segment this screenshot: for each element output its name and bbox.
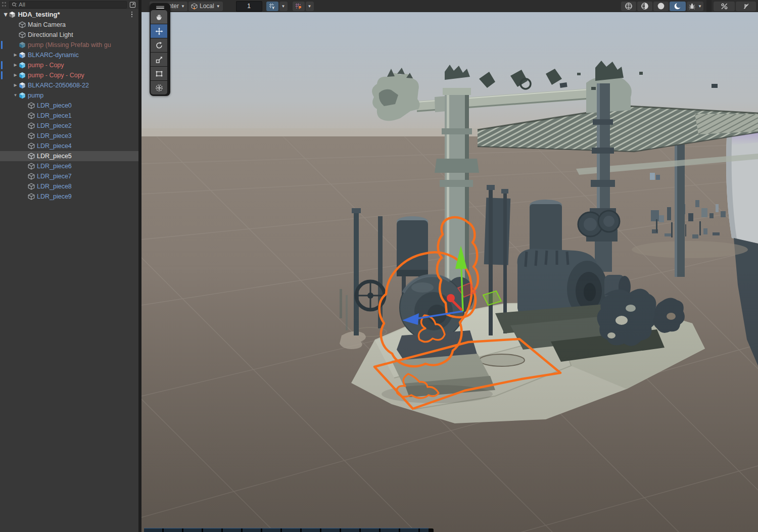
hierarchy-item-ldr-piece5-selected[interactable]: LDR_piece5 <box>0 151 138 161</box>
hierarchy-item-main-camera[interactable]: Main Camera <box>0 20 138 30</box>
chevron-down-icon: ▼ <box>281 4 286 9</box>
prefab-cube-icon <box>19 41 26 49</box>
snap-increment-field[interactable] <box>236 1 262 12</box>
mesh-cube-icon <box>28 142 35 150</box>
scene-view: Center ▼ Local ▼ Y ▼ ▼ <box>141 0 758 532</box>
hierarchy-item-pump-copy[interactable]: ▶ pump - Copy <box>0 60 138 70</box>
chevron-down-icon: ▼ <box>308 4 312 9</box>
panel-grip-icon <box>2 2 7 7</box>
scene-tools-overlay <box>150 3 170 96</box>
grid-snap-button[interactable] <box>293 2 305 11</box>
snap-grid-icon <box>295 3 302 10</box>
rotate-icon <box>155 41 163 50</box>
overlay-toggle-b-button[interactable] <box>736 2 756 11</box>
unity-scene-icon <box>9 11 16 18</box>
timeline-strip[interactable] <box>144 528 429 532</box>
rect-tool-button[interactable] <box>151 67 167 80</box>
rect-icon <box>155 70 163 78</box>
overlay-drag-handle[interactable] <box>151 5 169 10</box>
mesh-cube-icon <box>28 153 35 160</box>
mesh-cube-icon <box>28 173 35 180</box>
hierarchy-item-blkarc-2050608[interactable]: ▶ BLKARC-2050608-22 <box>0 80 138 90</box>
scene-effects-dropdown[interactable]: ▼ <box>687 2 703 11</box>
transform-icon <box>155 84 163 92</box>
prefab-cube-icon <box>19 92 26 99</box>
hierarchy-item-pump-missing[interactable]: pump (Missing Prefab with gu <box>0 40 138 50</box>
local-space-cube-icon <box>191 3 198 10</box>
popout-window-icon[interactable] <box>129 1 136 8</box>
prefab-variant-cube-icon <box>19 82 26 89</box>
hierarchy-item-blkarc-dynamic[interactable]: ▶ BLKARC-dynamic <box>0 50 138 60</box>
hierarchy-item-pump-copy-copy[interactable]: ▶ pump - Copy - Copy <box>0 70 138 80</box>
scene-name: HDA_testing* <box>18 11 60 18</box>
hierarchy-search-row: All <box>0 0 138 9</box>
expand-arrow[interactable]: ▼ <box>3 11 9 18</box>
shading-shaded-button[interactable] <box>653 2 669 11</box>
half-shaded-sphere-icon <box>641 2 649 10</box>
hierarchy-item-ldr-piece7[interactable]: LDR_piece7 <box>0 171 138 181</box>
mesh-cube-icon <box>28 193 35 200</box>
scene-lighting-toggle[interactable] <box>670 2 686 11</box>
expand-arrow[interactable]: ▶ <box>12 60 19 70</box>
expand-arrow[interactable]: ▶ <box>12 70 19 80</box>
shaded-sphere-icon <box>657 2 665 10</box>
handle-space-dropdown[interactable]: Local ▼ <box>188 2 223 11</box>
hand-tool-button[interactable] <box>151 10 167 24</box>
light-icon <box>19 31 26 38</box>
hierarchy-item-ldr-piece3[interactable]: LDR_piece3 <box>0 131 138 141</box>
scene-header-row[interactable]: ▼ HDA_testing* <box>0 9 138 20</box>
prefab-cube-icon <box>19 72 26 79</box>
hierarchy-item-ldr-piece9[interactable]: LDR_piece9 <box>0 191 138 202</box>
hierarchy-item-directional-light[interactable]: Directional Light <box>0 30 138 40</box>
mesh-cube-icon <box>28 163 35 170</box>
scale-tool-button[interactable] <box>151 53 167 66</box>
flag-slash-icon <box>742 3 750 10</box>
edit-indicator <box>1 71 3 79</box>
chevron-down-icon: ▼ <box>216 4 220 9</box>
prefab-cube-icon <box>19 62 26 69</box>
scale-icon <box>155 56 163 64</box>
hierarchy-item-ldr-piece2[interactable]: LDR_piece2 <box>0 121 138 131</box>
hierarchy-panel: All ▼ HDA_testing* Main Camera Direction… <box>0 0 138 532</box>
mesh-cube-icon <box>28 183 35 190</box>
grid-axis-button[interactable]: Y <box>266 2 278 11</box>
hand-icon <box>155 13 163 21</box>
search-placeholder: All <box>19 2 25 8</box>
shading-wireframe-button[interactable] <box>621 2 636 11</box>
expand-arrow[interactable]: ▶ <box>12 50 19 60</box>
hierarchy-item-ldr-piece6[interactable]: LDR_piece6 <box>0 161 138 171</box>
wireframe-sphere-icon <box>625 2 633 10</box>
scene-toolbar: Center ▼ Local ▼ Y ▼ ▼ <box>141 0 758 12</box>
mesh-cube-icon <box>28 112 35 119</box>
expand-arrow[interactable]: ▼ <box>12 90 19 101</box>
svg-text:Y: Y <box>272 6 275 10</box>
expand-arrow[interactable]: ▶ <box>12 80 19 90</box>
shading-shaded-wire-button[interactable] <box>637 2 652 11</box>
edit-indicator <box>1 41 3 49</box>
camera-icon <box>19 21 26 28</box>
chevron-down-icon: ▼ <box>698 4 702 9</box>
grid-axis-caret[interactable]: ▼ <box>279 2 288 11</box>
scene-viewport-3d[interactable] <box>141 12 758 532</box>
hierarchy-item-ldr-piece0[interactable]: LDR_piece0 <box>0 101 138 111</box>
mesh-cube-icon <box>28 122 35 129</box>
hierarchy-item-pump[interactable]: ▼ pump <box>0 90 138 101</box>
timeline-strip-end <box>429 528 434 532</box>
search-input[interactable]: All <box>9 1 127 9</box>
panel-divider[interactable] <box>138 0 141 532</box>
rotate-tool-button[interactable] <box>151 38 167 52</box>
grid-snap-caret[interactable]: ▼ <box>306 2 314 11</box>
move-tool-button[interactable] <box>151 24 167 38</box>
hierarchy-item-ldr-piece1[interactable]: LDR_piece1 <box>0 111 138 121</box>
edit-indicator <box>1 61 3 69</box>
hierarchy-item-ldr-piece4[interactable]: LDR_piece4 <box>0 141 138 151</box>
transform-tool-button[interactable] <box>151 81 167 94</box>
bug-icon <box>688 3 696 10</box>
kebab-menu-icon[interactable] <box>131 12 133 18</box>
search-icon <box>12 2 17 8</box>
overlay-toggle-a-button[interactable] <box>714 2 735 11</box>
move-icon <box>155 27 163 35</box>
mesh-cube-icon <box>28 132 35 139</box>
hierarchy-item-ldr-piece8[interactable]: LDR_piece8 <box>0 181 138 191</box>
mesh-cube-icon <box>28 102 35 109</box>
